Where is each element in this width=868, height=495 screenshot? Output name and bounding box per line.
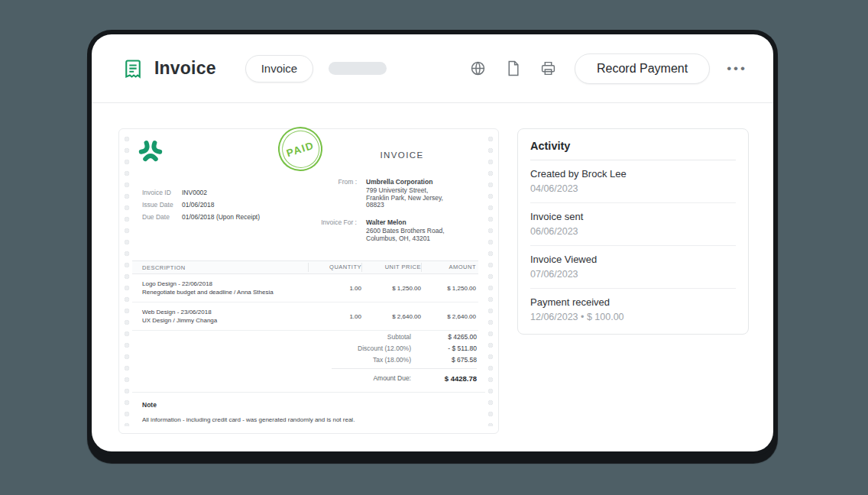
table-header-row: DESCRIPTION QUANTITY UNIT PRICE AMOUNT (132, 260, 478, 274)
note-divider (132, 392, 485, 393)
company-logo-icon (138, 138, 164, 164)
activity-entry-viewed: Invoice Viewed 07/06/2023 (530, 246, 736, 289)
invoice-preview: PAID INVOICE Invoice ID INV0002 Issue Da… (118, 128, 499, 434)
activity-entry-sent: Invoice sent 06/06/2023 (530, 203, 736, 246)
activity-entry-created: Created by Brock Lee 04/06/2023 (530, 160, 736, 203)
note-heading: Note (142, 401, 475, 409)
printer-icon (540, 60, 556, 76)
discount-row: Discount (12.00%) - $ 511.80 (332, 342, 477, 354)
printer-button[interactable] (540, 60, 556, 76)
page-title: Invoice (154, 58, 216, 79)
meta-row-due-date: Due Date 01/06/2018 (Upon Receipt) (142, 213, 260, 221)
globe-button[interactable] (470, 60, 486, 76)
tab-invoice[interactable]: Invoice (245, 55, 314, 82)
paid-stamp-label: PAID (285, 139, 316, 159)
from-name: Umbrella Corporation (366, 178, 443, 186)
totals-section: Subtotal $ 4265.00 Discount (12.00%) - $… (332, 331, 477, 385)
customer-address: 2600 Bates Brothers Road, Columbus, OH, … (366, 228, 445, 242)
more-options-icon[interactable]: ••• (727, 53, 747, 84)
header: Invoice Invoice Record Payment ••• (92, 34, 773, 103)
invoice-for-block: Invoice For : Walter Melon 2600 Bates Br… (272, 218, 478, 242)
from-block: From : Umbrella Corporation 799 Universi… (272, 178, 478, 209)
perforation-dots-right (487, 136, 494, 426)
note-text: All information - including credit card … (142, 416, 475, 423)
customer-name: Walter Melon (366, 218, 445, 226)
meta-row-issue-date: Issue Date 01/06/2018 (142, 201, 260, 209)
from-address: 799 University Street, Franklin Park, Ne… (366, 187, 443, 209)
activity-heading: Activity (530, 140, 736, 160)
globe-icon (470, 60, 486, 76)
subtotal-row: Subtotal $ 4265.00 (332, 331, 477, 342)
perforation-dots-left (124, 136, 130, 426)
activity-panel: Activity Created by Brock Lee 04/06/2023… (517, 128, 749, 335)
tax-row: Tax (18.00%) $ 675.58 (332, 354, 477, 365)
receipt-icon (122, 57, 144, 80)
amount-due-divider (332, 368, 477, 369)
placeholder-pill (329, 62, 387, 75)
record-payment-button[interactable]: Record Payment (575, 53, 710, 84)
activity-entry-payment: Payment received 12/06/2023 • $ 100.00 (530, 289, 736, 331)
table-row: Web Design - 23/06/2018 UX Design / Jimm… (132, 302, 478, 331)
invoice-meta: Invoice ID INV0002 Issue Date 01/06/2018… (142, 189, 260, 225)
paid-stamp: PAID (272, 121, 328, 176)
file-icon (506, 60, 520, 76)
table-row: Logo Design - 22/06/2018 Renegotiate bud… (132, 274, 478, 302)
app-window: Invoice Invoice Record Payment ••• (92, 34, 773, 451)
note-section: Note All information - including credit … (142, 401, 475, 423)
line-items-table: DESCRIPTION QUANTITY UNIT PRICE AMOUNT L… (132, 260, 478, 331)
invoice-doc-title: INVOICE (356, 150, 448, 160)
file-button[interactable] (506, 60, 520, 76)
amount-due-row: Amount Due: $ 4428.78 (332, 371, 477, 385)
meta-row-invoice-id: Invoice ID INV0002 (142, 189, 260, 196)
